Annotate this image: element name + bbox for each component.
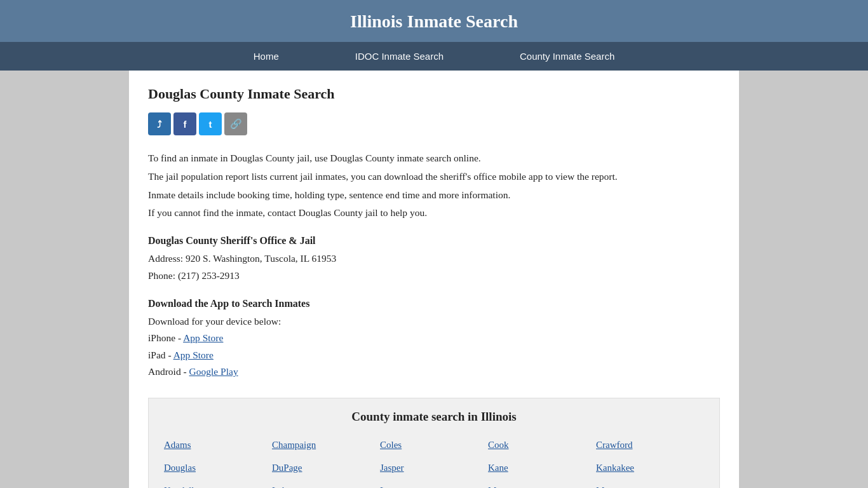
link-button[interactable]: 🔗	[224, 112, 247, 135]
desc-line-2: The jail population report lists current…	[148, 169, 720, 185]
sheriff-title: Douglas County Sheriff's Office & Jail	[148, 235, 720, 247]
facebook-button[interactable]: f	[173, 112, 196, 135]
desc-line-4: If you cannot find the inmate, contact D…	[148, 205, 720, 221]
county-section: County inmate search in Illinois AdamsCh…	[148, 398, 720, 488]
county-link[interactable]: Champaign	[272, 435, 380, 454]
android-label: Android -	[148, 366, 189, 377]
county-link[interactable]: Crawford	[596, 435, 704, 454]
share-buttons: ⤴ f t 🔗	[148, 112, 720, 135]
main-content: Douglas County Inmate Search ⤴ f t 🔗 To …	[129, 71, 739, 488]
share-button[interactable]: ⤴	[148, 112, 171, 135]
ipad-label: iPad -	[148, 349, 173, 360]
desc-line-1: To find an inmate in Douglas County jail…	[148, 151, 720, 166]
county-link[interactable]: Kane	[488, 458, 596, 477]
nav-idoc[interactable]: IDOC Inmate Search	[317, 42, 482, 71]
county-grid: AdamsChampaignColesCookCrawfordDouglasDu…	[164, 435, 704, 488]
county-section-title: County inmate search in Illinois	[164, 410, 704, 424]
app-section: Download the App to Search Inmates Downl…	[148, 298, 720, 380]
county-link[interactable]: Massac	[596, 481, 704, 488]
page-title: Douglas County Inmate Search	[148, 86, 720, 102]
description-block: To find an inmate in Douglas County jail…	[148, 151, 720, 221]
county-link[interactable]: Lee	[380, 481, 488, 488]
app-intro: Download for your device below:	[148, 313, 720, 330]
iphone-line: iPhone - App Store	[148, 330, 720, 346]
county-link[interactable]: Adams	[164, 435, 272, 454]
county-link[interactable]: Kendall	[164, 481, 272, 488]
nav-home[interactable]: Home	[215, 42, 317, 71]
county-link[interactable]: Coles	[380, 435, 488, 454]
county-link[interactable]: Douglas	[164, 458, 272, 477]
county-link[interactable]: Kankakee	[596, 458, 704, 477]
twitter-button[interactable]: t	[199, 112, 222, 135]
nav-county[interactable]: County Inmate Search	[482, 42, 653, 71]
ipad-appstore-link[interactable]: App Store	[173, 349, 214, 360]
sheriff-phone: Phone: (217) 253-2913	[148, 268, 720, 284]
sheriff-address: Address: 920 S. Washington, Tuscola, IL …	[148, 250, 720, 267]
android-line: Android - Google Play	[148, 363, 720, 380]
county-link[interactable]: Macon	[488, 481, 596, 488]
iphone-appstore-link[interactable]: App Store	[183, 332, 223, 343]
android-googleplay-link[interactable]: Google Play	[189, 366, 238, 377]
app-title: Download the App to Search Inmates	[148, 298, 720, 309]
county-link[interactable]: Jasper	[380, 458, 488, 477]
navigation: Home IDOC Inmate Search County Inmate Se…	[0, 42, 868, 71]
site-title: Illinois Inmate Search	[0, 11, 868, 32]
sheriff-section: Douglas County Sheriff's Office & Jail A…	[148, 235, 720, 284]
iphone-label: iPhone -	[148, 332, 183, 343]
desc-line-3: Inmate details include booking time, hol…	[148, 187, 720, 203]
county-link[interactable]: Lake	[272, 481, 380, 488]
county-link[interactable]: Cook	[488, 435, 596, 454]
county-link[interactable]: DuPage	[272, 458, 380, 477]
ipad-line: iPad - App Store	[148, 347, 720, 363]
site-header: Illinois Inmate Search	[0, 0, 868, 42]
